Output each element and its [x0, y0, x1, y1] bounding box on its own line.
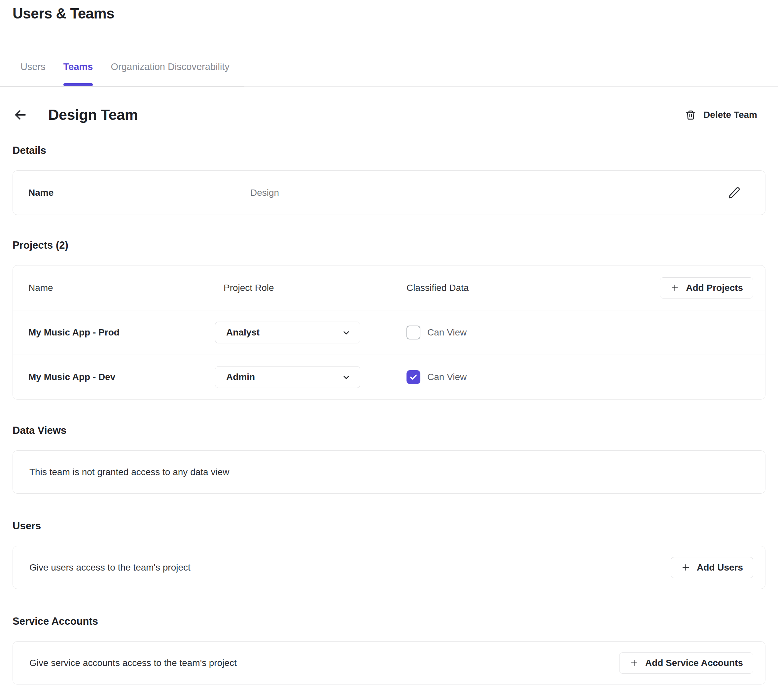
back-button[interactable] [13, 107, 28, 123]
details-card: Name Design [13, 170, 765, 215]
add-projects-button[interactable]: Add Projects [660, 277, 753, 298]
trash-icon [685, 110, 696, 120]
table-row: My Music App - Dev Admin Can View [13, 355, 765, 399]
service-accounts-empty-text: Give service accounts access to the team… [29, 658, 237, 668]
plus-icon [670, 283, 680, 293]
table-row: My Music App - Prod Analyst Can View [13, 310, 765, 355]
projects-header-row: Name Project Role Classified Data Add Pr… [13, 265, 765, 310]
page-title: Users & Teams [13, 5, 765, 22]
data-views-card: This team is not granted access to any d… [13, 450, 765, 493]
chevron-down-icon [342, 328, 351, 337]
details-heading: Details [13, 145, 765, 157]
tab-organization-discoverability[interactable]: Organization Discoverability [111, 62, 229, 86]
service-accounts-card: Give service accounts access to the team… [13, 641, 765, 685]
can-view-label: Can View [427, 327, 466, 338]
data-views-heading: Data Views [13, 425, 765, 437]
plus-icon [630, 658, 639, 668]
back-arrow-icon [13, 107, 28, 123]
project-role-select[interactable]: Analyst [215, 322, 360, 343]
users-empty-text: Give users access to the team's project [29, 562, 190, 573]
can-view-checkbox[interactable] [406, 370, 420, 384]
add-service-accounts-button[interactable]: Add Service Accounts [619, 652, 753, 673]
can-view-checkbox[interactable] [406, 325, 420, 340]
column-header-name: Name [28, 283, 215, 293]
edit-name-button[interactable] [727, 185, 741, 200]
projects-card: Name Project Role Classified Data Add Pr… [13, 265, 765, 400]
delete-team-button[interactable]: Delete Team [685, 110, 757, 120]
name-label: Name [28, 188, 250, 198]
tab-divider [0, 86, 778, 87]
chevron-down-icon [342, 373, 351, 382]
tab-bar: Users Teams Organization Discoverability [20, 62, 765, 86]
project-name: My Music App - Prod [28, 327, 215, 338]
project-name: My Music App - Dev [28, 372, 215, 382]
check-icon [409, 372, 418, 382]
name-value: Design [250, 188, 279, 198]
can-view-label: Can View [427, 372, 466, 382]
project-role-select[interactable]: Admin [215, 366, 360, 388]
service-accounts-heading: Service Accounts [13, 615, 765, 627]
plus-icon [681, 563, 690, 572]
tab-users[interactable]: Users [20, 62, 45, 86]
team-title: Design Team [48, 106, 138, 123]
add-users-button[interactable]: Add Users [671, 557, 753, 578]
delete-team-label: Delete Team [703, 110, 757, 120]
data-views-empty-text: This team is not granted access to any d… [29, 467, 229, 477]
tab-teams[interactable]: Teams [63, 62, 93, 86]
users-heading: Users [13, 520, 765, 532]
column-header-project-role: Project Role [215, 283, 406, 293]
projects-heading: Projects (2) [13, 239, 765, 251]
users-card: Give users access to the team's project … [13, 546, 765, 589]
pencil-icon [728, 187, 740, 199]
column-header-classified-data: Classified Data [406, 283, 660, 293]
